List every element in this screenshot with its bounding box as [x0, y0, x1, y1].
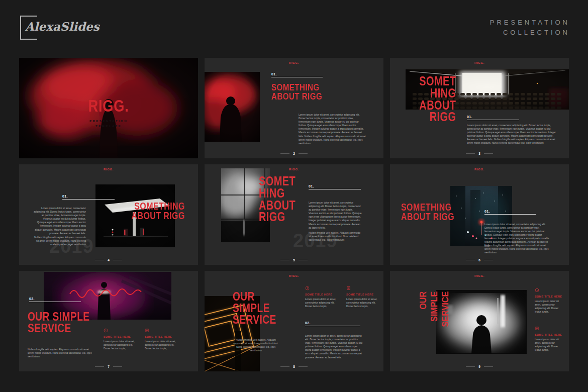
slide-title: OUR SIMPLE SERVICE	[28, 311, 89, 334]
page-number: 3	[478, 152, 480, 155]
slide-thumbnail-3[interactable]: RIGG. SOMET HING ABOUT RIGG 01. Lorem ip…	[390, 58, 569, 158]
page-indicator: 7	[19, 365, 198, 368]
document-icon	[535, 326, 539, 331]
page-dash	[484, 260, 493, 260]
page-indicator: 9	[390, 365, 569, 368]
page-indicator: 2	[205, 152, 383, 155]
slide-brand-logo: RIGG.	[205, 168, 383, 171]
slide-body-text: Nullam fringilla velit sapien. Aliquam c…	[33, 236, 86, 246]
page-dash	[113, 366, 122, 367]
feature-block: SOME TITLE HERE Lorem ipsum dolor sit am…	[535, 326, 564, 352]
feature-title: SOME TITLE HERE	[535, 295, 564, 298]
section-number: 02.	[29, 297, 81, 301]
clock-icon	[104, 328, 108, 333]
page-number: 5	[293, 258, 295, 262]
page-dash	[95, 260, 104, 260]
section-number: 01.	[62, 194, 115, 198]
slide-thumbnail-5[interactable]: RIGG. 2019 SOMET HING ABOUT RIGG 01. Lor…	[205, 164, 383, 265]
feature-title: SOME TITLE HERE	[145, 335, 182, 338]
clock-icon	[535, 288, 539, 292]
page-number: 6	[478, 258, 480, 262]
slide-body-text: Lorem ipsum dolor sit amet, consectetur …	[33, 207, 86, 235]
slide-thumbnail-8[interactable]: RIGG. OUR SIMPLE SERVICE Nullam fringi	[205, 271, 383, 371]
page-dash	[299, 153, 308, 154]
slide-thumbnail-7[interactable]: 02. OUR SIMPLE SERVICE Nullam fringilla …	[19, 271, 198, 371]
slide-thumbnail-4[interactable]: RIGG. 2019 01. Lorem ipsum dolor sit ame…	[19, 164, 198, 265]
page-indicator: 6	[390, 258, 569, 262]
page-indicator: 4	[19, 258, 198, 262]
page-dash	[280, 366, 289, 367]
section-index: 02.	[29, 297, 81, 302]
document-icon	[145, 328, 149, 333]
feature-block: SOME TITLE HERE Lorem ipsum dolor sit am…	[145, 328, 182, 350]
page-dash	[280, 153, 289, 154]
slide-brand-logo: RIGG.	[205, 61, 383, 64]
section-index: 01.	[484, 210, 536, 215]
clock-icon	[305, 286, 310, 290]
section-divider-line	[62, 199, 115, 200]
section-index: 01.	[271, 72, 323, 77]
section-number: 01.	[467, 115, 519, 119]
slide-brand-logo: RIGG.	[390, 168, 569, 171]
slide-body-text: Lorem ipsum dolor sit amet, consectetur …	[305, 334, 363, 359]
page-dash	[484, 366, 493, 367]
feature-body: Lorem ipsum dolor sit amet, consectetur …	[145, 340, 182, 350]
slide-body-text: Lorem ipsum dolor sit amet, consectetur …	[299, 113, 366, 145]
slide-brand-logo: RIGG.	[390, 61, 569, 64]
slide-title: SOMETHING ABOUT RIGG	[132, 202, 185, 221]
page-indicator: 5	[205, 258, 383, 262]
slide-title: OUR SIMPLE SERVICE	[233, 291, 276, 325]
slide-brand-logo: RIGG.	[390, 274, 569, 277]
feature-block: SOME TITLE HERE Lorem ipsum dolor sit am…	[104, 328, 141, 350]
feature-body: Lorem ipsum dolor sit amet, consectetur …	[346, 298, 382, 308]
feature-body: Lorem ipsum dolor sit amet, consectetur …	[535, 338, 564, 352]
section-number: 02.	[305, 321, 360, 325]
page-dash	[299, 366, 308, 367]
slide-thumbnail-9[interactable]: RIGG. OUR SIMPLE SERVICE SOME TITLE HERE…	[390, 271, 569, 371]
page-dash	[299, 260, 308, 260]
section-number: 01.	[309, 184, 361, 188]
collection-title: PRESENTATION COLLECTION	[490, 18, 570, 37]
slide-thumbnail-6[interactable]: RIGG. SOMETHING ABOUT RIGG 01.	[390, 164, 569, 265]
page-dash	[280, 260, 289, 260]
cover-title: RIGG.	[37, 96, 180, 116]
page-dash	[466, 366, 475, 367]
document-icon	[346, 286, 351, 290]
slide-body-text: Nullam fringilla velit sapien. Aliquam c…	[309, 231, 362, 242]
page-number: 9	[478, 365, 480, 368]
feature-body: Lorem ipsum dolor sit amet, consectetur …	[535, 300, 564, 314]
section-divider-line	[467, 120, 519, 120]
section-number: 01.	[484, 210, 536, 213]
slide-title: SOMETHING ABOUT RIGG	[271, 83, 322, 101]
page-number: 2	[293, 152, 295, 155]
page-dash	[95, 366, 104, 367]
section-divider-line	[29, 302, 81, 302]
page-number: 7	[108, 365, 110, 368]
slide-brand-logo: RIGG.	[19, 168, 198, 171]
alexaslides-logo[interactable]: AlexaSlides	[20, 16, 95, 40]
page-dash	[466, 153, 475, 154]
feature-title: SOME TITLE HERE	[346, 293, 382, 296]
section-divider-line	[484, 214, 536, 215]
slide-title: SOMET HING ABOUT RIGG	[419, 75, 456, 123]
feature-title: SOME TITLE HERE	[104, 335, 141, 338]
feature-title: SOME TITLE HERE	[305, 293, 342, 296]
feature-block: SOME TITLE HERE Lorem ipsum dolor sit am…	[535, 288, 564, 314]
page-indicator: 8	[205, 365, 383, 368]
logo-text: AlexaSlides	[25, 20, 100, 33]
slide-caption-text: Nullam fringilla velit sapien. Aliquam c…	[233, 338, 279, 352]
page-indicator: 3	[390, 152, 569, 155]
section-divider-line	[309, 189, 361, 189]
page-number: 4	[108, 258, 110, 262]
cover-subtitle: PRESENTATION TEMPLATE	[19, 119, 198, 129]
slide-thumbnail-2[interactable]: RIGG. 01. SOMETHING ABOUT RIGG Lorem ips…	[205, 58, 383, 158]
section-index: 01.	[309, 184, 361, 189]
slide-thumbnail-1[interactable]: RIGG. PRESENTATION TEMPLATE	[19, 58, 198, 158]
slide-body-text: Lorem ipsum dolor sit amet, consectetur …	[467, 124, 559, 145]
slide-brand-logo: RIGG.	[205, 274, 383, 277]
slide-title-vertical: OUR SIMPLE SERVICE	[418, 291, 442, 336]
red-smoke-figure-image	[205, 72, 260, 142]
feature-block: SOME TITLE HERE Lorem ipsum dolor sit am…	[346, 286, 382, 308]
page-dash	[113, 260, 122, 260]
feature-body: Lorem ipsum dolor sit amet, consectetur …	[305, 298, 342, 308]
